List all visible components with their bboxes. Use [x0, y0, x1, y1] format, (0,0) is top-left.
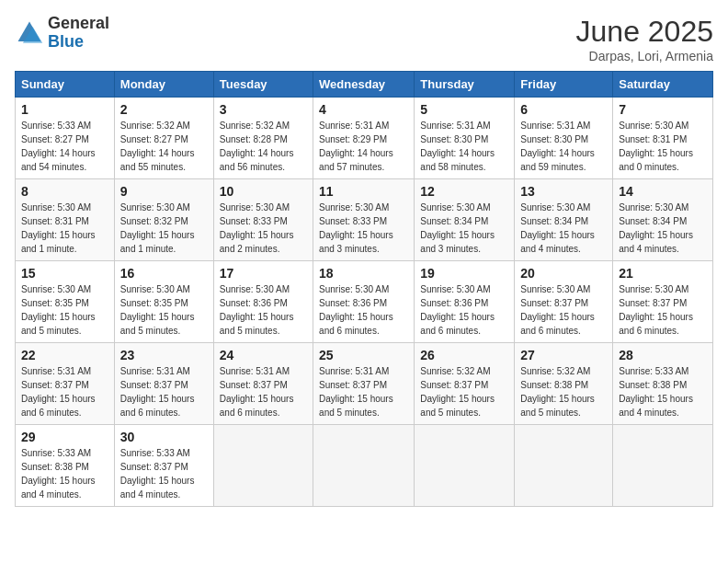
day-number: 10 — [220, 184, 307, 199]
calendar-cell: 30Sunrise: 5:33 AM Sunset: 8:37 PM Dayli… — [114, 425, 213, 507]
calendar-cell — [515, 425, 613, 507]
calendar-cell: 16Sunrise: 5:30 AM Sunset: 8:35 PM Dayli… — [114, 261, 213, 343]
logo-blue-text: Blue — [48, 32, 84, 51]
day-info: Sunrise: 5:33 AM Sunset: 8:38 PM Dayligh… — [21, 446, 108, 501]
day-info: Sunrise: 5:31 AM Sunset: 8:29 PM Dayligh… — [319, 119, 408, 174]
day-number: 3 — [220, 102, 307, 117]
logo-text: General Blue — [48, 15, 109, 52]
day-number: 7 — [619, 102, 707, 117]
calendar-cell: 17Sunrise: 5:30 AM Sunset: 8:36 PM Dayli… — [213, 261, 313, 343]
day-info: Sunrise: 5:31 AM Sunset: 8:30 PM Dayligh… — [420, 119, 508, 174]
calendar-cell: 28Sunrise: 5:33 AM Sunset: 8:38 PM Dayli… — [613, 343, 713, 425]
day-info: Sunrise: 5:30 AM Sunset: 8:31 PM Dayligh… — [21, 201, 108, 256]
day-info: Sunrise: 5:31 AM Sunset: 8:37 PM Dayligh… — [220, 364, 307, 419]
day-number: 8 — [21, 184, 108, 199]
day-info: Sunrise: 5:30 AM Sunset: 8:34 PM Dayligh… — [520, 201, 607, 256]
day-number: 12 — [420, 184, 508, 199]
calendar-week-row: 22Sunrise: 5:31 AM Sunset: 8:37 PM Dayli… — [16, 343, 713, 425]
calendar-cell — [213, 425, 313, 507]
logo: General Blue — [15, 15, 109, 52]
day-info: Sunrise: 5:30 AM Sunset: 8:32 PM Dayligh… — [120, 201, 208, 256]
day-info: Sunrise: 5:31 AM Sunset: 8:37 PM Dayligh… — [319, 364, 408, 419]
column-header-friday: Friday — [515, 72, 613, 98]
calendar-cell: 27Sunrise: 5:32 AM Sunset: 8:38 PM Dayli… — [515, 343, 613, 425]
day-number: 24 — [220, 348, 307, 362]
calendar-cell: 8Sunrise: 5:30 AM Sunset: 8:31 PM Daylig… — [16, 179, 115, 261]
calendar-cell — [613, 425, 713, 507]
column-header-wednesday: Wednesday — [313, 72, 415, 98]
day-number: 1 — [21, 102, 108, 117]
day-info: Sunrise: 5:31 AM Sunset: 8:30 PM Dayligh… — [520, 119, 607, 174]
calendar-week-row: 29Sunrise: 5:33 AM Sunset: 8:38 PM Dayli… — [16, 425, 713, 507]
calendar-cell: 29Sunrise: 5:33 AM Sunset: 8:38 PM Dayli… — [16, 425, 115, 507]
day-info: Sunrise: 5:30 AM Sunset: 8:35 PM Dayligh… — [120, 282, 208, 338]
calendar-cell: 22Sunrise: 5:31 AM Sunset: 8:37 PM Dayli… — [16, 343, 115, 425]
day-number: 9 — [120, 184, 208, 199]
calendar-cell: 14Sunrise: 5:30 AM Sunset: 8:34 PM Dayli… — [613, 179, 713, 261]
calendar-cell: 3Sunrise: 5:32 AM Sunset: 8:28 PM Daylig… — [213, 98, 313, 179]
calendar-cell — [415, 425, 515, 507]
day-number: 20 — [520, 266, 607, 281]
day-info: Sunrise: 5:30 AM Sunset: 8:34 PM Dayligh… — [619, 201, 707, 256]
calendar-cell: 2Sunrise: 5:32 AM Sunset: 8:27 PM Daylig… — [114, 98, 213, 179]
day-info: Sunrise: 5:30 AM Sunset: 8:34 PM Dayligh… — [420, 201, 508, 256]
calendar-table: SundayMondayTuesdayWednesdayThursdayFrid… — [15, 71, 713, 507]
day-number: 13 — [520, 184, 607, 199]
calendar-cell: 5Sunrise: 5:31 AM Sunset: 8:30 PM Daylig… — [415, 98, 515, 179]
day-info: Sunrise: 5:32 AM Sunset: 8:27 PM Dayligh… — [120, 119, 208, 174]
day-info: Sunrise: 5:30 AM Sunset: 8:33 PM Dayligh… — [319, 201, 408, 256]
day-number: 15 — [21, 266, 108, 281]
day-number: 14 — [619, 184, 707, 199]
calendar-cell — [313, 425, 415, 507]
day-number: 4 — [319, 102, 408, 117]
column-header-tuesday: Tuesday — [213, 72, 313, 98]
calendar-cell: 24Sunrise: 5:31 AM Sunset: 8:37 PM Dayli… — [213, 343, 313, 425]
title-block: June 2025 Darpas, Lori, Armenia — [576, 15, 713, 63]
day-number: 30 — [120, 430, 208, 444]
day-number: 23 — [120, 348, 208, 362]
column-header-monday: Monday — [114, 72, 213, 98]
day-info: Sunrise: 5:30 AM Sunset: 8:36 PM Dayligh… — [220, 282, 307, 338]
day-number: 21 — [619, 266, 707, 281]
day-number: 25 — [319, 348, 408, 362]
page-header: General Blue June 2025 Darpas, Lori, Arm… — [15, 15, 713, 63]
calendar-cell: 18Sunrise: 5:30 AM Sunset: 8:36 PM Dayli… — [313, 261, 415, 343]
calendar-cell: 11Sunrise: 5:30 AM Sunset: 8:33 PM Dayli… — [313, 179, 415, 261]
day-number: 27 — [520, 348, 607, 362]
calendar-cell: 13Sunrise: 5:30 AM Sunset: 8:34 PM Dayli… — [515, 179, 613, 261]
location-subtitle: Darpas, Lori, Armenia — [576, 49, 713, 63]
calendar-cell: 9Sunrise: 5:30 AM Sunset: 8:32 PM Daylig… — [114, 179, 213, 261]
day-info: Sunrise: 5:31 AM Sunset: 8:37 PM Dayligh… — [21, 364, 108, 419]
column-header-saturday: Saturday — [613, 72, 713, 98]
calendar-cell: 20Sunrise: 5:30 AM Sunset: 8:37 PM Dayli… — [515, 261, 613, 343]
day-number: 28 — [619, 348, 707, 362]
logo-icon — [15, 18, 44, 48]
day-info: Sunrise: 5:33 AM Sunset: 8:38 PM Dayligh… — [619, 364, 707, 419]
day-info: Sunrise: 5:31 AM Sunset: 8:37 PM Dayligh… — [120, 364, 208, 419]
calendar-cell: 23Sunrise: 5:31 AM Sunset: 8:37 PM Dayli… — [114, 343, 213, 425]
calendar-cell: 15Sunrise: 5:30 AM Sunset: 8:35 PM Dayli… — [16, 261, 115, 343]
day-info: Sunrise: 5:30 AM Sunset: 8:37 PM Dayligh… — [520, 282, 607, 338]
day-number: 11 — [319, 184, 408, 199]
day-number: 5 — [420, 102, 508, 117]
day-number: 2 — [120, 102, 208, 117]
calendar-cell: 6Sunrise: 5:31 AM Sunset: 8:30 PM Daylig… — [515, 98, 613, 179]
calendar-cell: 12Sunrise: 5:30 AM Sunset: 8:34 PM Dayli… — [415, 179, 515, 261]
calendar-header-row: SundayMondayTuesdayWednesdayThursdayFrid… — [16, 72, 713, 98]
calendar-cell: 26Sunrise: 5:32 AM Sunset: 8:37 PM Dayli… — [415, 343, 515, 425]
day-number: 17 — [220, 266, 307, 281]
logo-general-text: General — [48, 14, 109, 32]
calendar-week-row: 15Sunrise: 5:30 AM Sunset: 8:35 PM Dayli… — [16, 261, 713, 343]
day-number: 6 — [520, 102, 607, 117]
day-info: Sunrise: 5:30 AM Sunset: 8:35 PM Dayligh… — [21, 282, 108, 338]
calendar-cell: 7Sunrise: 5:30 AM Sunset: 8:31 PM Daylig… — [613, 98, 713, 179]
column-header-thursday: Thursday — [415, 72, 515, 98]
month-year-title: June 2025 — [576, 15, 713, 49]
column-header-sunday: Sunday — [16, 72, 115, 98]
calendar-cell: 21Sunrise: 5:30 AM Sunset: 8:37 PM Dayli… — [613, 261, 713, 343]
calendar-cell: 4Sunrise: 5:31 AM Sunset: 8:29 PM Daylig… — [313, 98, 415, 179]
day-number: 26 — [420, 348, 508, 362]
day-number: 19 — [420, 266, 508, 281]
calendar-cell: 19Sunrise: 5:30 AM Sunset: 8:36 PM Dayli… — [415, 261, 515, 343]
day-info: Sunrise: 5:32 AM Sunset: 8:38 PM Dayligh… — [520, 364, 607, 419]
